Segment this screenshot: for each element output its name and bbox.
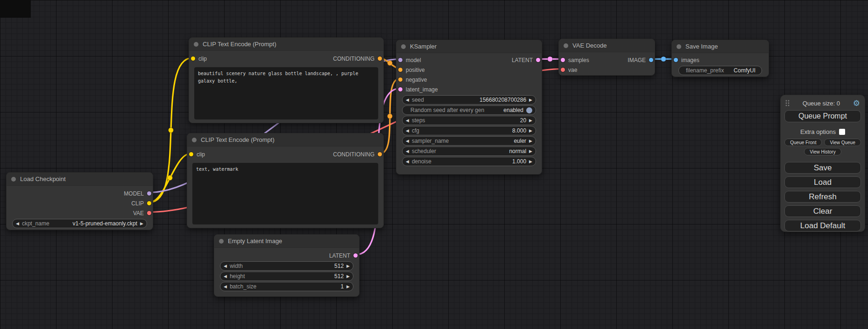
widget-width[interactable]: ◀ width 512 ▶: [220, 261, 353, 271]
node-title: VAE Decode: [572, 42, 607, 49]
node-titlebar[interactable]: Save Image: [672, 40, 769, 53]
extra-options-checkbox[interactable]: [839, 129, 845, 135]
queue-prompt-button[interactable]: Queue Prompt: [784, 110, 861, 122]
clear-button[interactable]: Clear: [784, 205, 861, 217]
increment-arrow-icon[interactable]: ▶: [346, 274, 350, 279]
widget-steps[interactable]: ◀ steps 20 ▶: [402, 116, 536, 125]
extra-options-label: Extra options: [800, 128, 836, 135]
output-port-conditioning[interactable]: [378, 56, 382, 61]
decrement-arrow-icon[interactable]: ◀: [406, 98, 409, 102]
output-port-model[interactable]: [147, 191, 151, 196]
decrement-arrow-icon[interactable]: ◀: [406, 149, 409, 154]
node-save-image[interactable]: Save Image images filename_prefix ComfyU…: [671, 40, 769, 77]
input-label-negative: negative: [406, 77, 427, 83]
input-label-clip: clip: [197, 151, 205, 158]
widget-sampler-name[interactable]: ◀ sampler_name euler ▶: [402, 136, 536, 146]
widget-value: ComfyUI: [734, 67, 755, 74]
increment-arrow-icon[interactable]: ▶: [346, 264, 350, 268]
output-port-vae[interactable]: [147, 211, 151, 215]
decrement-arrow-icon[interactable]: ◀: [406, 119, 409, 123]
view-history-button[interactable]: View History: [804, 148, 841, 155]
load-button[interactable]: Load: [784, 176, 861, 188]
collapse-toggle[interactable]: [192, 138, 197, 142]
decrement-arrow-icon[interactable]: ◀: [16, 222, 19, 226]
input-port-negative[interactable]: [398, 77, 402, 82]
widget-batch-size[interactable]: ◀ batch_size 1 ▶: [220, 282, 353, 291]
node-title: Empty Latent Image: [228, 238, 282, 245]
drag-handle-icon[interactable]: [785, 100, 790, 106]
negative-prompt-textarea[interactable]: text, watermark: [192, 163, 378, 224]
collapse-toggle[interactable]: [194, 42, 198, 47]
node-titlebar[interactable]: CLIP Text Encode (Prompt): [187, 133, 383, 147]
widget-seed[interactable]: ◀ seed 156680208700286 ▶: [402, 95, 536, 105]
widget-value: 1.000: [512, 158, 526, 165]
node-vae-decode[interactable]: VAE Decode samples IMAGE vae: [558, 39, 655, 76]
collapse-toggle[interactable]: [677, 44, 681, 49]
output-port-image[interactable]: [649, 58, 653, 62]
increment-arrow-icon[interactable]: ▶: [529, 129, 532, 133]
refresh-button[interactable]: Refresh: [784, 191, 861, 203]
widget-height[interactable]: ◀ height 512 ▶: [220, 272, 353, 281]
increment-arrow-icon[interactable]: ▶: [140, 222, 143, 226]
widget-denoise[interactable]: ◀ denoise 1.000 ▶: [402, 157, 536, 166]
input-port-latent-image[interactable]: [398, 87, 402, 91]
node-load-checkpoint[interactable]: Load Checkpoint MODEL CLIP VAE ◀ ckpt_na…: [6, 172, 153, 230]
widget-scheduler[interactable]: ◀ scheduler normal ▶: [402, 147, 536, 156]
input-port-vae[interactable]: [561, 68, 565, 72]
link-midpoint-dot: [388, 114, 393, 119]
increment-arrow-icon[interactable]: ▶: [529, 149, 532, 154]
collapse-toggle[interactable]: [564, 43, 568, 48]
output-port-latent[interactable]: [536, 58, 540, 62]
widget-ckpt-name[interactable]: ◀ ckpt_name v1-5-pruned-emaonly.ckpt ▶: [12, 219, 147, 228]
widget-filename-prefix[interactable]: filename_prefix ComfyUI: [678, 66, 762, 75]
node-titlebar[interactable]: Load Checkpoint: [7, 173, 153, 186]
node-clip-text-encode-positive[interactable]: CLIP Text Encode (Prompt) clip CONDITION…: [189, 37, 384, 123]
node-clip-text-encode-negative[interactable]: CLIP Text Encode (Prompt) clip CONDITION…: [187, 133, 384, 228]
settings-gear-icon[interactable]: ⚙: [853, 99, 860, 107]
node-titlebar[interactable]: KSampler: [396, 40, 542, 53]
collapse-toggle[interactable]: [219, 239, 224, 244]
input-port-clip[interactable]: [191, 56, 195, 61]
widget-cfg[interactable]: ◀ cfg 8.000 ▶: [402, 126, 536, 135]
node-title: Save Image: [685, 43, 718, 50]
input-port-positive[interactable]: [398, 68, 402, 72]
node-titlebar[interactable]: CLIP Text Encode (Prompt): [189, 38, 383, 51]
input-port-images[interactable]: [674, 58, 678, 62]
positive-prompt-textarea[interactable]: beautiful scenery nature glass bottle la…: [194, 67, 378, 119]
decrement-arrow-icon[interactable]: ◀: [224, 274, 227, 279]
increment-arrow-icon[interactable]: ▶: [346, 285, 350, 289]
queue-front-button[interactable]: Queue Front: [784, 139, 822, 146]
node-titlebar[interactable]: VAE Decode: [559, 39, 655, 52]
widget-value: euler: [514, 138, 526, 144]
decrement-arrow-icon[interactable]: ◀: [406, 129, 409, 133]
input-port-model[interactable]: [398, 58, 402, 62]
input-port-clip[interactable]: [189, 152, 193, 156]
increment-arrow-icon[interactable]: ▶: [529, 160, 532, 164]
collapse-toggle[interactable]: [11, 177, 16, 182]
node-empty-latent-image[interactable]: Empty Latent Image LATENT ◀ width 512 ▶ …: [214, 234, 360, 297]
widget-random-seed-toggle[interactable]: Random seed after every gen enabled: [402, 105, 536, 115]
link-midpoint-dot: [169, 128, 174, 133]
input-port-samples[interactable]: [561, 58, 565, 62]
output-port-clip[interactable]: [147, 201, 151, 205]
output-label-vae: VAE: [133, 210, 144, 217]
node-title: KSampler: [410, 43, 437, 50]
widget-label: seed: [412, 97, 424, 103]
increment-arrow-icon[interactable]: ▶: [529, 98, 532, 102]
node-graph-canvas[interactable]: CLIP Text Encode (Prompt) clip CONDITION…: [0, 0, 868, 329]
output-port-latent[interactable]: [353, 253, 358, 258]
node-ksampler[interactable]: KSampler model LATENT positive negative …: [396, 40, 542, 175]
increment-arrow-icon[interactable]: ▶: [529, 119, 532, 123]
view-queue-button[interactable]: View Queue: [824, 139, 861, 146]
save-button[interactable]: Save: [784, 162, 861, 174]
decrement-arrow-icon[interactable]: ◀: [406, 160, 409, 164]
decrement-arrow-icon[interactable]: ◀: [406, 139, 409, 143]
decrement-arrow-icon[interactable]: ◀: [224, 264, 227, 268]
toggle-circle-icon[interactable]: [526, 107, 532, 113]
output-port-conditioning[interactable]: [378, 152, 382, 156]
increment-arrow-icon[interactable]: ▶: [529, 139, 532, 143]
collapse-toggle[interactable]: [401, 44, 406, 49]
load-default-button[interactable]: Load Default: [784, 220, 861, 231]
node-titlebar[interactable]: Empty Latent Image: [214, 235, 359, 248]
decrement-arrow-icon[interactable]: ◀: [224, 285, 227, 289]
